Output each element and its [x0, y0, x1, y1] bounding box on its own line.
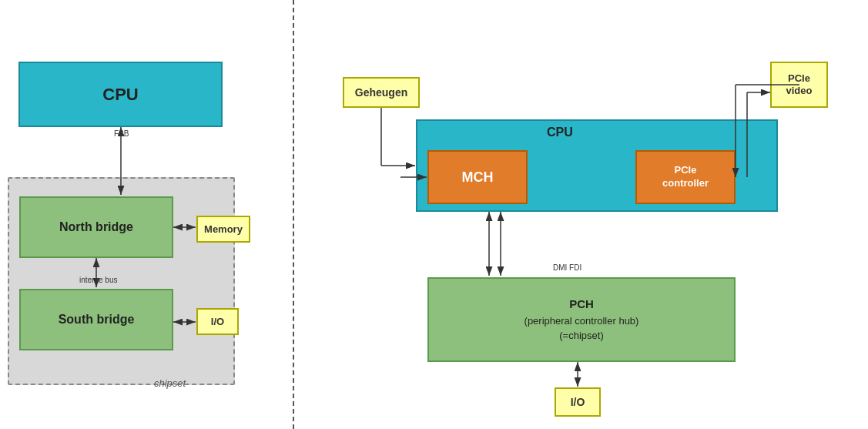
fsb-label: FSB	[114, 129, 129, 138]
cpu-right-label: CPU	[547, 126, 573, 139]
north-bridge-label: North bridge	[59, 220, 133, 234]
io-box-right: I/O	[555, 387, 601, 417]
pcie-video-box: PCIevideo	[770, 62, 828, 108]
mch-label: MCH	[462, 169, 494, 186]
pcie-controller-label: PCIecontroller	[662, 164, 709, 190]
right-diagram: Geheugen PCIevideo CPU MCH PCIecontrolle…	[293, 0, 868, 429]
memory-box: Memory	[196, 216, 250, 243]
pch-label: PCH	[569, 296, 594, 313]
pch-sub1: (peripheral controller hub)	[524, 313, 639, 329]
cpu-box-left: CPU	[18, 62, 223, 127]
io-box-left: I/O	[196, 308, 239, 335]
dmi-fdi-label: DMI FDI	[553, 263, 581, 272]
geheugen-box: Geheugen	[343, 77, 420, 108]
pch-sub2: (=chipset)	[559, 328, 603, 344]
south-bridge-label: South bridge	[59, 313, 135, 327]
mch-box: MCH	[427, 150, 528, 204]
chipset-label: chipset	[154, 377, 186, 389]
pcie-controller-box: PCIecontroller	[635, 150, 736, 204]
geheugen-label: Geheugen	[355, 86, 407, 99]
memory-label: Memory	[204, 223, 243, 235]
interne-bus-label: interne bus	[79, 276, 117, 284]
diagram-container: CPU chipset North bridge South bridge Me…	[0, 0, 868, 429]
north-bridge-box: North bridge	[19, 196, 173, 258]
pcie-video-label: PCIevideo	[786, 72, 813, 96]
cpu-label-left: CPU	[102, 85, 138, 105]
io-label-right: I/O	[571, 396, 585, 408]
south-bridge-box: South bridge	[19, 289, 173, 350]
io-label-left: I/O	[211, 316, 224, 327]
left-diagram: CPU chipset North bridge South bridge Me…	[0, 0, 293, 429]
pch-box: PCH (peripheral controller hub) (=chipse…	[427, 277, 736, 362]
